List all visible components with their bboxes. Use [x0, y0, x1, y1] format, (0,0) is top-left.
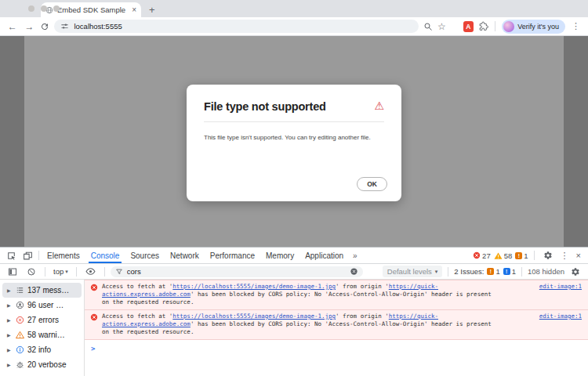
- console-sidebar: ▶ 137 mess… ▶ 96 user … ▶ 27 errors ▶: [0, 280, 85, 376]
- devtools-menu-kebab-icon[interactable]: ⋮: [559, 251, 571, 261]
- tab-sources[interactable]: Sources: [125, 248, 165, 263]
- file-type-dialog: File type not supported ⚠ This file type…: [187, 85, 401, 201]
- issue-icon: !: [515, 252, 522, 259]
- sidebar-item-errors[interactable]: ▶ 27 errors: [2, 313, 82, 327]
- expand-triangle-icon[interactable]: ▶: [7, 332, 13, 338]
- devtools-tabbar: Elements Console Sources Network Perform…: [0, 248, 588, 264]
- issue-count-badge[interactable]: ! 1: [515, 251, 528, 260]
- url-text[interactable]: localhost:5555: [74, 22, 122, 31]
- expand-triangle-icon[interactable]: ▶: [7, 287, 13, 293]
- console-toolbar-divider: [448, 267, 448, 277]
- devtools-panel: Elements Console Sources Network Perform…: [0, 247, 588, 376]
- toolbar-divider: [495, 21, 495, 31]
- expand-triangle-icon[interactable]: ▶: [7, 317, 13, 323]
- sidebar-item-user-messages[interactable]: ▶ 96 user …: [2, 298, 82, 313]
- tab-title: Embed SDK Sample: [57, 5, 128, 14]
- error-circle-icon: [16, 316, 24, 324]
- clear-console-icon[interactable]: [24, 267, 39, 277]
- dialog-body-text: This file type isn't supported. You can …: [204, 132, 386, 143]
- warning-triangle-icon: [16, 331, 24, 339]
- console-settings-gear-icon[interactable]: [568, 267, 583, 277]
- tab-elements[interactable]: Elements: [42, 248, 85, 263]
- browser-window: Embed SDK Sample × + ← → localhost:5555 …: [0, 0, 588, 376]
- error-count-badge[interactable]: 27: [473, 251, 491, 260]
- issues-label: 2 Issues:: [454, 267, 484, 276]
- tab-memory[interactable]: Memory: [260, 248, 299, 263]
- devtools-close-icon[interactable]: ×: [574, 251, 583, 260]
- console-toolbar-divider: [521, 267, 522, 277]
- forward-button[interactable]: →: [24, 21, 36, 32]
- bookmark-star-icon[interactable]: ☆: [437, 22, 446, 31]
- issues-orange-badge[interactable]: ! 1: [487, 267, 499, 276]
- warning-triangle-icon: ⚠: [374, 100, 384, 111]
- device-toolbar-icon[interactable]: [20, 248, 36, 263]
- error-circle-icon: [90, 284, 98, 293]
- maximize-window-button[interactable]: [53, 5, 60, 12]
- console-error-message: Access to fetch at 'https://localhost:55…: [85, 280, 588, 310]
- live-expression-eye-icon[interactable]: [82, 266, 99, 277]
- console-filter-input[interactable]: [127, 267, 346, 276]
- default-levels-dropdown[interactable]: Default levels ▾: [383, 266, 443, 277]
- tabbar-divider: [38, 251, 39, 260]
- back-button[interactable]: ←: [6, 21, 19, 32]
- window-controls[interactable]: [28, 5, 60, 12]
- expand-triangle-icon[interactable]: ▶: [7, 302, 13, 308]
- console-messages: Access to fetch at 'https://localhost:55…: [85, 280, 588, 376]
- user-icon: [16, 301, 24, 309]
- issue-blue-icon: !: [503, 268, 510, 275]
- list-icon: [16, 286, 24, 295]
- more-tabs-chevron-icon[interactable]: »: [349, 248, 361, 263]
- error-message-text: Access to fetch at 'https://localhost:55…: [102, 283, 494, 306]
- tab-console[interactable]: Console: [85, 248, 125, 263]
- chevron-down-icon: ▾: [65, 269, 68, 275]
- extensions-puzzle-icon[interactable]: [478, 21, 488, 31]
- error-message-text: Access to fetch at 'https://localhost:55…: [102, 313, 494, 336]
- source-location-link[interactable]: edit-image:1: [539, 313, 582, 320]
- tabbar-divider: [534, 251, 535, 260]
- source-location-link[interactable]: edit-image:1: [539, 283, 582, 291]
- profile-verify-button[interactable]: Verify it's you: [502, 20, 565, 34]
- minimize-window-button[interactable]: [41, 5, 47, 12]
- site-settings-icon[interactable]: [60, 22, 69, 31]
- request-url-link[interactable]: https://localhost:5555/images/demo-image…: [172, 313, 336, 320]
- sidebar-item-info[interactable]: ▶ 32 info: [2, 342, 82, 357]
- zoom-magnifier-icon[interactable]: [423, 22, 433, 31]
- expand-triangle-icon[interactable]: ▶: [7, 362, 13, 367]
- tab-network[interactable]: Network: [165, 248, 205, 263]
- sidebar-item-verbose[interactable]: ▶ 20 verbose: [2, 357, 82, 372]
- console-filter-box[interactable]: [111, 266, 363, 277]
- sidebar-item-messages[interactable]: ▶ 137 mess…: [2, 283, 82, 298]
- clear-filter-icon[interactable]: [350, 267, 358, 276]
- console-toolbar-divider: [76, 267, 77, 277]
- adblock-extension-icon[interactable]: A: [463, 21, 474, 32]
- tab-application[interactable]: Application: [299, 248, 349, 263]
- filter-funnel-icon: [115, 268, 123, 276]
- profile-label: Verify it's you: [517, 23, 559, 31]
- new-tab-button[interactable]: +: [149, 5, 155, 16]
- console-toolbar-divider: [45, 267, 45, 277]
- info-circle-icon: [16, 345, 24, 354]
- tab-performance[interactable]: Performance: [205, 248, 260, 263]
- error-circle-icon: [473, 251, 481, 259]
- sidebar-item-warnings[interactable]: ▶ 58 warni…: [2, 327, 82, 342]
- inspect-element-icon[interactable]: [3, 248, 20, 263]
- context-selector[interactable]: top ▾: [51, 267, 71, 276]
- console-toolbar-divider: [104, 267, 105, 277]
- ok-button[interactable]: OK: [357, 177, 387, 191]
- browser-menu-kebab-icon[interactable]: ⋮: [570, 21, 582, 31]
- console-sidebar-toggle-icon[interactable]: [5, 267, 20, 277]
- reload-button[interactable]: [40, 22, 49, 31]
- dialog-divider: [204, 121, 384, 122]
- tab-close-icon[interactable]: ×: [132, 5, 136, 14]
- issues-blue-badge[interactable]: ! 1: [503, 267, 516, 276]
- issue-orange-icon: !: [487, 268, 494, 275]
- devtools-settings-gear-icon[interactable]: [540, 251, 556, 260]
- console-prompt-chevron[interactable]: >: [85, 340, 588, 352]
- hidden-messages-count: 108 hidden: [528, 267, 564, 276]
- request-url-link[interactable]: https://localhost:5555/images/demo-image…: [172, 283, 336, 290]
- warning-count-badge[interactable]: 58: [494, 251, 513, 260]
- close-window-button[interactable]: [28, 5, 34, 12]
- expand-triangle-icon[interactable]: ▶: [7, 347, 13, 352]
- tab-strip: Embed SDK Sample × +: [0, 0, 588, 17]
- address-bar[interactable]: localhost:5555: [54, 20, 418, 33]
